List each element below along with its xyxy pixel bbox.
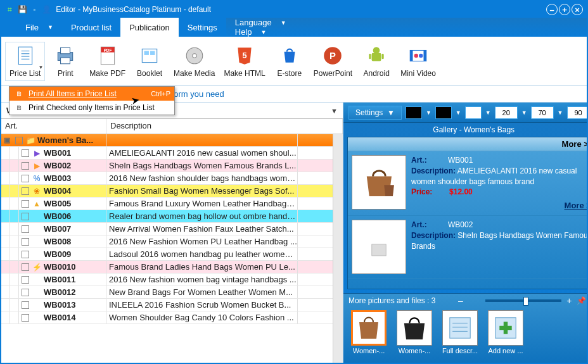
thumb[interactable]: Women-... bbox=[348, 310, 389, 360]
ribbon-android[interactable]: Android bbox=[357, 42, 395, 80]
close-button[interactable]: × bbox=[572, 4, 583, 15]
ribbon-makehtml[interactable]: 5 Make HTML bbox=[220, 42, 269, 80]
table-row[interactable]: WB0014Women Shoulder Bag Candy 10 Colors… bbox=[1, 311, 333, 324]
more-bar[interactable]: More >> bbox=[348, 137, 588, 151]
table-row[interactable]: ⚡WB0010Famous Brand Ladies Hand Bags Wom… bbox=[1, 261, 333, 273]
thumb[interactable]: Add new ... bbox=[485, 310, 526, 360]
gallery-thumb bbox=[352, 155, 406, 210]
thumb[interactable]: Women-... bbox=[394, 310, 435, 360]
row-desc: 2016 New fashion women bag vintage handb… bbox=[106, 275, 297, 284]
ribbon-booklet[interactable]: Booklet bbox=[131, 42, 169, 80]
table-row[interactable]: WB009Ladsoul 2016 women handbag pu leath… bbox=[1, 248, 333, 261]
swatch-3[interactable] bbox=[465, 106, 482, 119]
gallery-thumb bbox=[352, 220, 406, 274]
thumbs-row: Women-...Women-...Full descr...Add new .… bbox=[343, 308, 588, 363]
checkbox[interactable] bbox=[22, 301, 29, 309]
checkbox[interactable] bbox=[15, 137, 23, 144]
plus-icon[interactable]: + bbox=[566, 296, 572, 306]
menu-product-list[interactable]: Product list bbox=[62, 18, 120, 37]
checkbox[interactable] bbox=[22, 149, 29, 157]
user-icon[interactable]: 👤 bbox=[42, 5, 51, 14]
checkbox[interactable] bbox=[22, 263, 29, 271]
row-desc: Fashion Small Bag Women Messenger Bags S… bbox=[106, 186, 297, 196]
col-desc[interactable]: Description bbox=[106, 119, 343, 134]
spin-2[interactable]: 70 bbox=[531, 106, 554, 119]
right-settings-button[interactable]: Settings ▼ bbox=[348, 106, 402, 120]
checkbox[interactable] bbox=[22, 314, 29, 322]
ribbon-powerpoint[interactable]: P PowerPoint bbox=[310, 42, 356, 80]
table-row[interactable]: %WB0032016 New fashion shoulder bags han… bbox=[1, 172, 333, 185]
table-row[interactable]: ▶WB002SheIn Bags Handbags Women Famous B… bbox=[1, 160, 333, 172]
checkbox[interactable] bbox=[22, 162, 29, 170]
gallery: More >> Art.: WB001 Description: AMELIEG… bbox=[347, 137, 588, 289]
menu-language[interactable]: Language▼ bbox=[226, 18, 587, 27]
collapse-icon[interactable]: ▣ bbox=[1, 136, 13, 144]
table-row[interactable]: ❀WB004Fashion Small Bag Women Messenger … bbox=[1, 185, 333, 198]
ribbon-pricelist[interactable]: Price List▼ bbox=[5, 42, 45, 81]
dd-print-all[interactable]: 🗎 Print All Items in Price List Ctrl+P bbox=[10, 87, 174, 101]
checkbox[interactable] bbox=[22, 200, 29, 208]
svg-rect-24 bbox=[410, 50, 412, 61]
spin-3[interactable]: 90 bbox=[567, 106, 588, 119]
table-row[interactable]: WB0082016 New Fashion Women PU Leather H… bbox=[1, 235, 333, 248]
gallery-item[interactable]: Art.: WB002 Description: SheIn Bags Hand… bbox=[348, 216, 588, 279]
ribbon-makemedia[interactable]: Make Media bbox=[170, 42, 219, 80]
checkbox[interactable] bbox=[22, 251, 29, 258]
table-row[interactable]: WB006Realer brand women bag hollow out o… bbox=[1, 210, 333, 223]
checkbox[interactable] bbox=[22, 238, 29, 246]
table-body[interactable]: ▣ 📁 Women's Ba... ▶WB001AMELIEGALANTI 20… bbox=[1, 134, 333, 363]
gallery-item[interactable]: Art.: WB001 Description: AMELIEGALANTI 2… bbox=[348, 151, 588, 216]
checkbox[interactable] bbox=[22, 175, 29, 182]
more-link[interactable]: More >> bbox=[411, 200, 588, 211]
table-row[interactable]: WB0012New Brand Bags For Women Leather W… bbox=[1, 286, 333, 299]
menu-file[interactable]: File▼ bbox=[16, 18, 62, 37]
table-row[interactable]: ▲WB005Famous Brand Luxury Women Leather … bbox=[1, 198, 333, 210]
checkbox[interactable] bbox=[22, 289, 29, 296]
html5-icon: 5 bbox=[234, 45, 255, 66]
swatch-1[interactable] bbox=[406, 106, 422, 119]
estore-icon bbox=[279, 45, 300, 66]
checkbox[interactable] bbox=[22, 187, 29, 195]
col-art[interactable]: Art. bbox=[1, 119, 106, 134]
table-row[interactable]: WB00112016 New fashion women bag vintage… bbox=[1, 273, 333, 286]
row-desc: AMELIEGALANTI 2016 new casual women shou… bbox=[106, 148, 297, 158]
minimize-button[interactable]: – bbox=[546, 4, 558, 15]
maximize-button[interactable]: + bbox=[559, 4, 570, 15]
menu-publication[interactable]: Publication bbox=[120, 18, 179, 37]
right-toolbar: Settings ▼ ▼ ▼ ▼ 20▼ 70▼ 90▼ bbox=[343, 103, 588, 123]
menu-settings[interactable]: Settings bbox=[179, 18, 226, 37]
pin-icon[interactable]: 📌 bbox=[577, 296, 586, 305]
table-row[interactable]: WB007New Arrival Women Fashion Faux Leat… bbox=[1, 223, 333, 235]
table-header: Art. Description bbox=[1, 119, 343, 134]
svg-rect-28 bbox=[372, 244, 386, 256]
svg-rect-21 bbox=[369, 53, 371, 59]
zoom-slider[interactable] bbox=[485, 299, 561, 302]
minus-icon[interactable]: – bbox=[458, 296, 463, 306]
ribbon-makepdf[interactable]: PDF Make PDF bbox=[86, 42, 129, 80]
thumb[interactable]: Full descr... bbox=[440, 310, 480, 360]
menu-help[interactable]: Help▼ bbox=[226, 27, 587, 37]
dd-print-checked[interactable]: 🗎 Print Checked only Items in Price List bbox=[10, 101, 174, 115]
checkbox[interactable] bbox=[22, 213, 29, 220]
ribbon-minivideo[interactable]: Mini Video bbox=[397, 42, 440, 80]
row-icon: ⚡ bbox=[32, 263, 42, 272]
row-desc: New Arrival Women Fashion Faux Leather S… bbox=[106, 224, 297, 234]
swatch-2[interactable] bbox=[435, 106, 452, 119]
menubar: File▼ Product list Publication Settings … bbox=[1, 18, 587, 37]
checkbox[interactable] bbox=[22, 225, 29, 233]
save-icon[interactable]: 💾 bbox=[18, 5, 27, 14]
table-row[interactable]: WB0013INLEELA 2016 Fashion Scrub Women B… bbox=[1, 299, 333, 311]
chevron-down-icon[interactable]: ▼ bbox=[331, 107, 338, 115]
thumb-image bbox=[488, 310, 523, 346]
row-icon: ▲ bbox=[32, 199, 42, 208]
ribbon-print[interactable]: Print bbox=[46, 42, 84, 80]
art-code: WB005 bbox=[44, 199, 71, 208]
right-panel: Settings ▼ ▼ ▼ ▼ 20▼ 70▼ 90▼ Gallery - W… bbox=[343, 103, 588, 363]
checkbox[interactable] bbox=[22, 276, 29, 284]
vertical-scrollbar[interactable] bbox=[333, 134, 343, 363]
spin-1[interactable]: 20 bbox=[495, 106, 518, 119]
table-row[interactable]: ▶WB001AMELIEGALANTI 2016 new casual wome… bbox=[1, 147, 333, 160]
group-row[interactable]: ▣ 📁 Women's Ba... bbox=[1, 134, 333, 147]
art-code: WB007 bbox=[44, 224, 71, 234]
ribbon-estore[interactable]: E-store bbox=[271, 42, 309, 80]
